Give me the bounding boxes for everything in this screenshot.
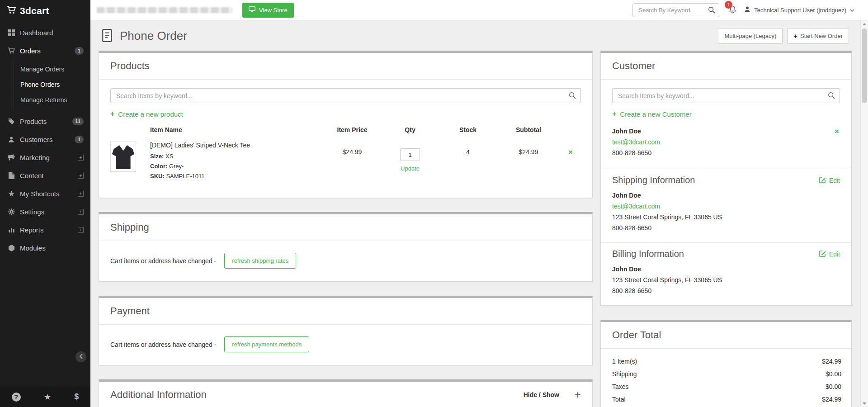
product-row: [DEMO] Ladies' Striped V-Neck Tee Size: …: [110, 138, 581, 189]
user-menu[interactable]: Technical Support User (jrodriguez): [744, 6, 854, 14]
sidebar-item-reports[interactable]: Reports: [0, 221, 90, 239]
products-panel-title: Products: [110, 60, 150, 72]
customer-search-input[interactable]: [612, 88, 840, 103]
payment-panel-body: Cart items or address have changed - ref…: [99, 325, 592, 365]
expand-marketing-icon[interactable]: [78, 155, 84, 161]
column-header-item-name: Item Name: [150, 126, 323, 133]
additional-information-header: Additional Information Hide / Show: [99, 382, 592, 407]
help-icon[interactable]: [12, 393, 21, 402]
remove-customer-icon[interactable]: [835, 128, 839, 135]
sidebar-item-marketing[interactable]: Marketing: [0, 148, 90, 166]
search-icon[interactable]: [828, 92, 835, 100]
product-price: $24.99: [323, 142, 381, 156]
brand-logo[interactable]: 3dcart: [0, 0, 90, 21]
edit-billing-information-link[interactable]: Edit: [819, 250, 840, 258]
products-panel: Products Create a new product: [99, 51, 593, 198]
topbar: View Store 1 Technical Support User (jro…: [90, 0, 868, 20]
sidebar-item-modules[interactable]: Modules: [0, 239, 90, 257]
sidebar-item-label: Orders: [20, 47, 75, 55]
qty-input[interactable]: [400, 148, 420, 161]
start-new-order-button[interactable]: Start New Order: [787, 28, 849, 44]
tag-icon: [7, 118, 16, 125]
expand-settings-icon[interactable]: [78, 209, 84, 215]
create-customer-link[interactable]: Create a new Customer: [612, 110, 692, 118]
gear-icon: [7, 208, 16, 215]
product-search-input[interactable]: [110, 88, 581, 103]
file-icon: [7, 172, 16, 179]
view-store-label: View Store: [259, 7, 288, 14]
customer-summary: John Doe test@3dcart.com 800-828-6650: [612, 128, 840, 156]
keyword-search-input[interactable]: [632, 3, 719, 17]
scroll-down-arrow[interactable]: [861, 400, 868, 407]
shipping-phone: 800-828-6650: [612, 224, 840, 232]
notifications-button[interactable]: 1: [729, 5, 736, 15]
refresh-payment-methods-button[interactable]: refresh payments methods: [224, 336, 309, 352]
search-icon[interactable]: [569, 92, 576, 100]
collapse-sidebar-button[interactable]: [75, 351, 86, 362]
subitem-label: Manage Orders: [20, 66, 64, 73]
update-qty-link[interactable]: Update: [401, 165, 420, 172]
product-info: [DEMO] Ladies' Striped V-Neck Tee Size: …: [150, 142, 323, 183]
sidebar-item-label: My Shortcuts: [20, 190, 78, 198]
hide-show-toggle[interactable]: Hide / Show: [524, 391, 559, 398]
order-total-row-total: Total $24.99: [612, 393, 841, 406]
sidebar-nav: Dashboard Orders 1 Manage Orders Phone O…: [0, 21, 90, 387]
shipping-information-body: John Doe test@3dcart.com 123 Street Cora…: [601, 187, 851, 242]
user-name: Technical Support User (jrodriguez): [754, 7, 846, 14]
sidebar-subitem-manage-returns[interactable]: Manage Returns: [14, 92, 90, 108]
create-customer-label: Create a new Customer: [620, 110, 691, 118]
order-total-body: 1 Item(s) $24.99 Shipping $0.00 Taxes $0…: [601, 349, 851, 407]
sidebar-item-my-shortcuts[interactable]: My Shortcuts: [0, 185, 90, 203]
column-header-subtotal: Subtotal: [497, 126, 560, 133]
cart-icon: [7, 47, 16, 54]
orders-submenu: Manage Orders Phone Orders Manage Return…: [14, 61, 90, 109]
payment-panel-title: Payment: [110, 305, 150, 317]
billing-information-header: Billing Information Edit: [601, 242, 851, 261]
billing-icon[interactable]: [74, 392, 79, 402]
edit-icon: [819, 176, 826, 185]
expand-shortcuts-icon[interactable]: [78, 191, 84, 197]
billing-address: 123 Street Coral Springs, FL 33065 US: [612, 276, 840, 284]
shipping-email-link[interactable]: test@3dcart.com: [612, 203, 840, 210]
scrollbar-thumb[interactable]: [862, 28, 867, 103]
product-stock: 4: [439, 142, 497, 156]
plus-icon: [612, 110, 616, 118]
topbar-right: 1 Technical Support User (jrodriguez): [632, 3, 854, 17]
sidebar-subitem-manage-orders[interactable]: Manage Orders: [14, 62, 90, 77]
expand-section-icon[interactable]: [575, 389, 581, 400]
customer-email-link[interactable]: test@3dcart.com: [612, 138, 826, 146]
vertical-scrollbar[interactable]: [860, 20, 868, 407]
column-header-qty: Qty: [381, 126, 439, 133]
expand-reports-icon[interactable]: [78, 227, 84, 233]
sidebar-subitem-phone-orders[interactable]: Phone Orders: [14, 77, 90, 92]
start-new-order-label: Start New Order: [800, 33, 843, 39]
edit-shipping-information-link[interactable]: Edit: [819, 176, 840, 185]
cube-icon: [7, 245, 16, 251]
multipage-legacy-button[interactable]: Multi-page (Legacy): [718, 28, 783, 44]
app-window: 3dcart Dashboard Orders 1 Manage Orders …: [0, 0, 868, 407]
page-title: Phone Order: [120, 29, 187, 43]
expand-content-icon[interactable]: [78, 173, 84, 179]
sidebar-item-dashboard[interactable]: Dashboard: [0, 24, 90, 42]
person-icon: [744, 6, 750, 14]
sidebar-item-settings[interactable]: Settings: [0, 203, 90, 221]
refresh-shipping-rates-button[interactable]: refresh shipping rates: [224, 253, 296, 269]
chevron-down-icon: [850, 7, 854, 14]
order-total-header: Order Total: [601, 322, 851, 349]
product-size: Size: XS: [150, 153, 323, 160]
view-store-button[interactable]: View Store: [242, 3, 294, 18]
scroll-up-arrow[interactable]: [861, 20, 868, 28]
sidebar-item-content[interactable]: Content: [0, 166, 90, 185]
sidebar-item-products[interactable]: Products 11: [0, 112, 90, 130]
favorites-icon[interactable]: [44, 392, 51, 402]
create-product-link[interactable]: Create a new product: [110, 110, 183, 118]
billing-information-title: Billing Information: [612, 249, 684, 259]
products-table-header: Item Name Item Price Qty Stock Subtotal: [110, 120, 581, 138]
remove-item-icon[interactable]: [568, 148, 573, 156]
sidebar-item-orders[interactable]: Orders 1: [0, 42, 90, 60]
multipage-legacy-label: Multi-page (Legacy): [724, 33, 776, 39]
billing-information-body: John Doe 123 Street Coral Springs, FL 33…: [601, 261, 851, 305]
search-icon[interactable]: [708, 6, 715, 15]
product-sku: SKU: SAMPLE-1011: [150, 173, 323, 180]
sidebar-item-customers[interactable]: Customers 1: [0, 130, 90, 148]
